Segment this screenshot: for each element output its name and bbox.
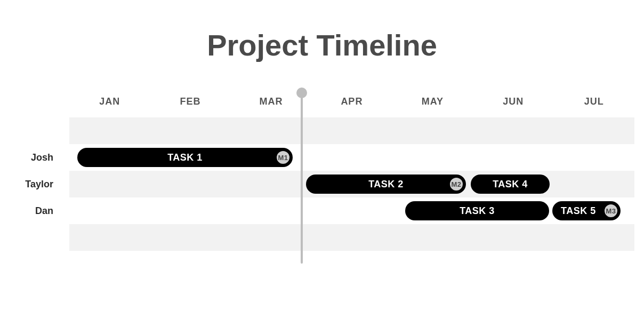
task-bar-task5: TASK 5 M3 <box>552 201 621 220</box>
month-label: APR <box>311 91 392 112</box>
month-axis: JAN FEB MAR APR MAY JUN JUL <box>69 91 634 112</box>
chart-title: Project Timeline <box>0 28 644 62</box>
milestone-badge: M3 <box>603 203 618 218</box>
task-bar-task3: TASK 3 <box>405 201 549 220</box>
month-label: FEB <box>150 91 230 112</box>
month-label: JAN <box>69 91 150 112</box>
task-label: TASK 3 <box>460 205 495 217</box>
row-label: Dan <box>0 197 59 224</box>
month-label: JUN <box>473 91 553 112</box>
task-label: TASK 5 <box>561 205 596 217</box>
month-label: MAY <box>392 91 473 112</box>
gantt-chart: JAN FEB MAR APR MAY JUN JUL TASK 1 M1 TA… <box>0 91 644 294</box>
month-label: JUL <box>554 91 634 112</box>
